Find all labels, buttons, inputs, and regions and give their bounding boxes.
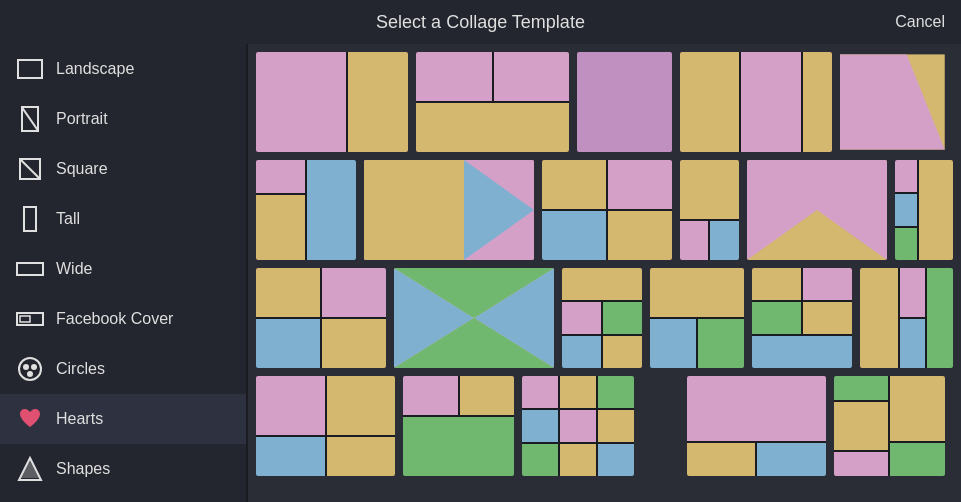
sidebar-item-circles[interactable]: Circles [0, 344, 246, 394]
template-row-1 [256, 52, 953, 152]
template-grid [248, 44, 961, 502]
sidebar-label-facebook: Facebook Cover [56, 310, 173, 328]
template-row-3 [256, 268, 953, 368]
sidebar-item-hearts[interactable]: Hearts [0, 394, 246, 444]
template-2-4[interactable] [680, 160, 739, 260]
template-4-3[interactable] [522, 376, 633, 476]
sidebar-item-halloween[interactable]: Halloween [0, 494, 246, 502]
header: Select a Collage Template Cancel [0, 0, 961, 44]
template-2-5[interactable] [747, 160, 887, 260]
template-3-6[interactable] [860, 268, 954, 368]
svg-rect-8 [20, 316, 30, 322]
sidebar-label-circles: Circles [56, 360, 105, 378]
template-3-2[interactable] [394, 268, 554, 368]
sidebar-label-wide: Wide [56, 260, 92, 278]
template-4-1[interactable] [256, 376, 395, 476]
cancel-button[interactable]: Cancel [895, 13, 945, 31]
sidebar-item-square[interactable]: Square [0, 144, 246, 194]
template-1-2[interactable] [416, 52, 568, 152]
template-1-1[interactable] [256, 52, 408, 152]
sidebar-label-tall: Tall [56, 210, 80, 228]
svg-line-2 [21, 106, 39, 132]
sidebar-item-shapes[interactable]: Shapes [0, 444, 246, 494]
facebook-icon [16, 305, 44, 333]
portrait-icon [16, 105, 44, 133]
sidebar-label-shapes: Shapes [56, 460, 110, 478]
svg-point-12 [27, 371, 33, 377]
template-4-5[interactable] [687, 376, 826, 476]
tall-icon [16, 205, 44, 233]
template-1-4[interactable] [680, 52, 832, 152]
template-1-3[interactable] [577, 52, 672, 152]
template-4-6[interactable] [834, 376, 945, 476]
sidebar-item-tall[interactable]: Tall [0, 194, 246, 244]
template-3-4[interactable] [650, 268, 744, 368]
sidebar-label-square: Square [56, 160, 108, 178]
template-2-6[interactable] [895, 160, 954, 260]
sidebar-label-landscape: Landscape [56, 60, 134, 78]
sidebar: Landscape Portrait Square [0, 44, 248, 502]
circles-icon [16, 355, 44, 383]
shapes-icon [16, 455, 44, 483]
template-4-2[interactable] [403, 376, 514, 476]
sidebar-label-portrait: Portrait [56, 110, 108, 128]
template-gap [642, 376, 679, 476]
svg-rect-0 [18, 60, 42, 78]
main-content: Landscape Portrait Square [0, 44, 961, 502]
template-2-3[interactable] [542, 160, 672, 260]
sidebar-item-wide[interactable]: Wide [0, 244, 246, 294]
svg-line-4 [19, 158, 41, 180]
template-2-1[interactable] [256, 160, 356, 260]
svg-point-10 [23, 364, 29, 370]
svg-rect-5 [24, 207, 36, 231]
sidebar-item-portrait[interactable]: Portrait [0, 94, 246, 144]
landscape-icon [16, 55, 44, 83]
svg-rect-6 [17, 263, 43, 275]
sidebar-item-facebook[interactable]: Facebook Cover [0, 294, 246, 344]
template-row-4 [256, 376, 953, 476]
dialog-title: Select a Collage Template [376, 12, 585, 33]
wide-icon [16, 255, 44, 283]
template-row-2 [256, 160, 953, 260]
svg-point-11 [31, 364, 37, 370]
template-3-3[interactable] [562, 268, 642, 368]
template-3-5[interactable] [752, 268, 852, 368]
template-1-5[interactable] [840, 52, 945, 152]
template-3-1[interactable] [256, 268, 386, 368]
sidebar-item-landscape[interactable]: Landscape [0, 44, 246, 94]
sidebar-label-hearts: Hearts [56, 410, 103, 428]
template-2-2[interactable] [364, 160, 534, 260]
square-icon [16, 155, 44, 183]
hearts-icon [16, 405, 44, 433]
svg-marker-28 [364, 160, 464, 260]
